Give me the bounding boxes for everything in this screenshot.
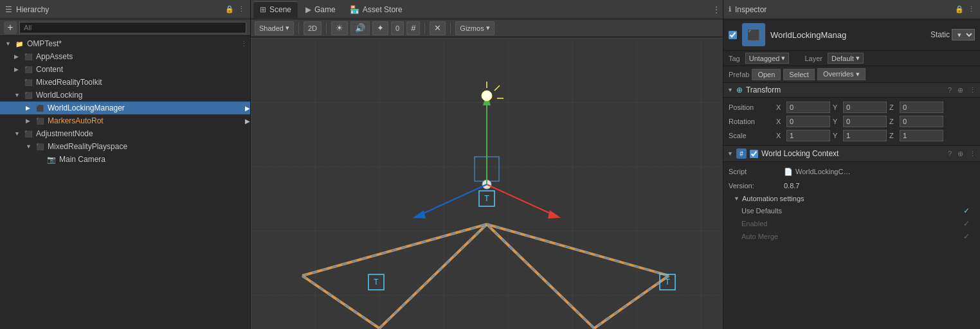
asset-store-tab-icon: 🏪 — [350, 5, 359, 14]
scale-y-axis: Y — [833, 132, 840, 139]
label-wl: WorldLocking — [36, 91, 82, 100]
object-active-checkbox[interactable] — [729, 31, 737, 39]
hierarchy-dots-icon[interactable]: ⋮ — [238, 5, 245, 13]
audio-button[interactable]: 🔊 — [350, 21, 370, 35]
hierarchy-title: Hierarchy — [16, 5, 221, 14]
pos-x-axis: X — [776, 103, 784, 111]
wlc-dots[interactable]: ⋮ — [969, 150, 976, 158]
gizmos-button[interactable]: Gizmos ▾ — [455, 21, 494, 35]
object-name: WorldLockingManag — [770, 30, 846, 40]
label-cam: Main Camera — [59, 155, 105, 164]
expand-arrow-wl: ▼ — [14, 92, 23, 98]
toolbar-sep-2 — [326, 22, 327, 34]
rot-z-input[interactable] — [900, 116, 943, 127]
auto-merge-row: Auto Merge ✓ — [729, 230, 975, 243]
hierarchy-panel: ☰ Hierarchy 🔒 ⋮ + ▼ 📁 OMPTest* ⋮ ▶ ⬛ App… — [0, 0, 251, 329]
cube-icon-mrps: ⬛ — [35, 141, 45, 152]
hierarchy-item-mrps[interactable]: ▼ ⬛ MixedRealityPlayspace — [0, 140, 250, 153]
pos-z-input[interactable] — [900, 102, 943, 113]
rotation-row: Rotation X Y Z — [723, 114, 980, 129]
tag-layer-row: Tag Untagged ▾ Layer Default ▾ — [723, 51, 980, 66]
wlc-expand-arrow: ▼ — [727, 150, 733, 157]
hierarchy-item-appassets[interactable]: ▶ ⬛ AppAssets — [0, 50, 250, 63]
grid-button[interactable]: # — [406, 21, 420, 35]
wlc-script-value: WorldLockingC… — [795, 168, 850, 175]
tag-dropdown[interactable]: Untagged ▾ — [745, 53, 790, 64]
transform-component-header[interactable]: ▼ ⊕ Transform ? ⊕ ⋮ — [723, 83, 980, 98]
expand-arrow-mar: ▶ — [26, 118, 35, 124]
inspector-menu-icon: ℹ — [729, 5, 731, 13]
wlm-arrow: ▶ — [245, 105, 250, 112]
hierarchy-item-maincam[interactable]: 📷 Main Camera — [0, 153, 250, 166]
automation-section-header[interactable]: ▼ Automation settings — [729, 193, 975, 204]
inspector-header: ℹ Inspector 🔒 ⋮ — [723, 0, 980, 19]
layer-dropdown[interactable]: Default ▾ — [828, 53, 864, 64]
hierarchy-search-input[interactable] — [19, 22, 246, 33]
fx-button[interactable]: ✦ — [372, 21, 388, 35]
automation-expand-arrow: ▼ — [734, 195, 740, 202]
scale-x-axis: X — [776, 132, 784, 139]
static-dropdown[interactable]: ▾ — [952, 29, 975, 40]
wlc-options[interactable]: ⊕ — [957, 150, 963, 158]
shading-dropdown[interactable]: Shaded ▾ — [255, 21, 294, 35]
wlc-help[interactable]: ? — [948, 150, 952, 157]
auto-merge-label: Auto Merge — [741, 233, 959, 240]
scale-x-input[interactable] — [786, 130, 830, 141]
hierarchy-item-worldlocking[interactable]: ▼ ⬛ WorldLocking — [0, 89, 250, 102]
transform-help[interactable]: ? — [948, 86, 952, 94]
tab-game[interactable]: ▶ Game — [299, 1, 342, 18]
stats-button[interactable]: 0 — [391, 21, 404, 35]
scale-z-axis: Z — [889, 132, 897, 139]
dots-omptst[interactable]: ⋮ — [240, 40, 248, 48]
pos-x-input[interactable] — [786, 102, 830, 113]
inspector-title: Inspector — [735, 5, 951, 14]
transform-options[interactable]: ⊕ — [957, 86, 963, 94]
camera-button[interactable]: ✕ — [430, 21, 446, 35]
open-button[interactable]: Open — [752, 69, 781, 80]
shading-arrow: ▾ — [286, 24, 289, 32]
hierarchy-item-mrt[interactable]: ⬛ MixedRealityToolkit — [0, 76, 250, 89]
svg-text:T: T — [484, 194, 489, 203]
hierarchy-lock-icon[interactable]: 🔒 — [225, 5, 234, 13]
expand-arrow-adj: ▼ — [14, 130, 23, 137]
overrides-button[interactable]: Overrides ▾ — [817, 68, 866, 80]
inspector-dots-icon[interactable]: ⋮ — [968, 5, 975, 13]
tab-scene[interactable]: ⊞ Scene — [253, 1, 298, 18]
shading-label: Shaded — [259, 24, 284, 32]
lighting-button[interactable]: ☀ — [331, 21, 348, 35]
scale-y-input[interactable] — [843, 130, 887, 141]
rot-y-input[interactable] — [843, 116, 887, 127]
2d-label: 2D — [308, 24, 317, 32]
tab-asset-store[interactable]: 🏪 Asset Store — [343, 1, 409, 18]
cube-icon-wl: ⬛ — [23, 90, 33, 100]
2d-button[interactable]: 2D — [304, 21, 322, 35]
wlc-component-header[interactable]: ▼ # World Locking Context ? ⊕ ⋮ — [723, 146, 980, 162]
rot-x-input[interactable] — [786, 116, 830, 127]
hierarchy-item-wlm[interactable]: ▶ ⬛ WorldLockingManager ▶ — [0, 102, 250, 114]
automation-label: Automation settings — [742, 195, 804, 202]
hierarchy-item-mar[interactable]: ▶ ⬛ MarkersAutoRot ▶ — [0, 114, 250, 127]
wlc-active-checkbox[interactable] — [750, 150, 758, 158]
hierarchy-item-adjnode[interactable]: ▼ ⬛ AdjustmentNode — [0, 127, 250, 140]
wlc-version-value: 0.8.7 — [784, 182, 799, 190]
inspector-lock-icon[interactable]: 🔒 — [955, 5, 964, 13]
scene-tab-bar: ⊞ Scene ▶ Game 🏪 Asset Store ⋮ — [251, 0, 723, 19]
enabled-row: Enabled ✓ — [729, 217, 975, 230]
scale-label: Scale — [729, 132, 774, 139]
static-label: Static — [930, 30, 950, 39]
wlc-version-label: Version: — [729, 182, 780, 190]
hierarchy-add-button[interactable]: + — [4, 21, 17, 34]
scale-z-input[interactable] — [900, 130, 943, 141]
transform-dots[interactable]: ⋮ — [969, 86, 976, 94]
cube-icon-content: ⬛ — [23, 64, 33, 75]
inspector-panel: ℹ Inspector 🔒 ⋮ ⬛ WorldLockingManag Stat… — [723, 0, 980, 329]
rot-z-axis: Z — [889, 118, 897, 125]
hierarchy-item-content[interactable]: ▶ ⬛ Content — [0, 63, 250, 76]
transform-label: Transform — [746, 85, 945, 94]
scene-viewport[interactable]: T T T — [251, 37, 723, 329]
hierarchy-item-omptst[interactable]: ▼ 📁 OMPTest* ⋮ — [0, 37, 250, 50]
select-button[interactable]: Select — [783, 69, 815, 80]
scene-tabs-dots[interactable]: ⋮ — [712, 5, 720, 14]
transform-icon: ⊕ — [736, 85, 743, 94]
pos-y-input[interactable] — [843, 102, 887, 113]
